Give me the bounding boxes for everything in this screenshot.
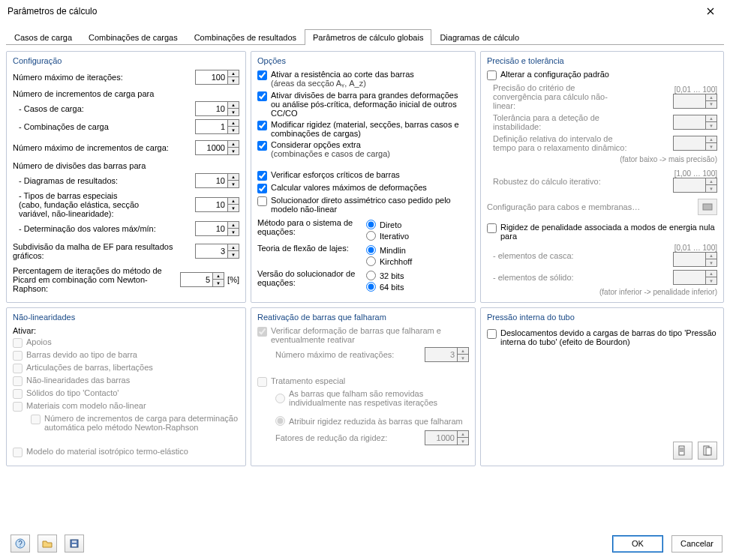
help-icon: ? [15, 538, 26, 549]
options-group-title: Opções [257, 56, 469, 65]
save-button[interactable] [65, 535, 84, 553]
penalty-solid-input: ▲▼ [673, 270, 717, 285]
settings-icon [702, 202, 713, 211]
co-input[interactable]: ▲▼ [195, 119, 239, 134]
alter-config[interactable]: Alterar a configuração padrão [487, 70, 717, 80]
picard-input[interactable]: ▲▼ [180, 272, 224, 287]
doc-icon [677, 445, 688, 456]
nonlin-bars: Não-linearidades das barras [13, 376, 239, 386]
plate-mindlin[interactable]: Mindlin [366, 245, 469, 255]
nonlin-activate-label: Ativar: [13, 326, 239, 335]
cfg-cables-label: Configuração para cabos e membranas… [487, 202, 640, 211]
react-factor-label: Fatores de redução da rigidez: [275, 433, 420, 442]
tab-load-combinations[interactable]: Combinações de cargas [80, 29, 186, 45]
max-incr-input[interactable]: ▲▼ [195, 140, 239, 155]
max-iter-input[interactable]: ▲▼ [195, 70, 239, 85]
tab-load-cases[interactable]: Casos de carga [6, 29, 80, 45]
opt-shear[interactable]: Ativar a resistência ao corte das barras… [257, 70, 469, 88]
div2-label: - Tipos de barras especiais (cabo, funda… [19, 191, 191, 218]
nonlin-materials: Materiais com modelo não-linear [13, 401, 239, 412]
react-special: Tratamento especial [257, 376, 469, 387]
opt-stiffness[interactable]: Modificar rigidez (material, secções, ba… [257, 120, 469, 138]
react-verify: Verificar deformação de barras que falha… [257, 326, 469, 344]
pipe-bourdon[interactable]: Deslocamentos devido a cargas de barras … [487, 328, 717, 346]
solver-label: Versão do solucionador de equações: [257, 269, 359, 293]
plate-label: Teoria de flexão de lajes: [257, 244, 359, 268]
cancel-button[interactable]: Cancelar [671, 535, 722, 553]
div2-input[interactable]: ▲▼ [195, 197, 239, 212]
react-max-input: ▲▼ [425, 347, 469, 362]
react-group-title: Reativação de barras que falharam [257, 313, 469, 322]
method-direct[interactable]: Direto [366, 220, 469, 229]
method-label: Método para o sistema de equações: [257, 218, 359, 242]
prec-robust-input: ▲▼ [673, 178, 717, 193]
prec-relax-input: ▲▼ [673, 136, 717, 151]
lc-input[interactable]: ▲▼ [195, 101, 239, 116]
plate-kirchhoff[interactable]: Kirchhoff [366, 256, 469, 266]
svg-rect-0 [703, 204, 712, 210]
solver-64[interactable]: 64 bits [366, 282, 469, 292]
div3-label: - Determinação dos valores máx/mín: [19, 224, 191, 233]
tab-global-params[interactable]: Parâmetros de cálculo globais [305, 29, 431, 45]
nonlin-bartype: Barras devido ao tipo de barra [13, 350, 239, 361]
lc-label: - Casos de carga: [19, 104, 191, 113]
method-iterative[interactable]: Iterativo [366, 231, 469, 241]
penalty-shell-input: ▲▼ [673, 252, 717, 267]
penalty-check[interactable]: Rigidez de penalidade associada a modos … [487, 223, 717, 241]
subdiv-input[interactable]: ▲▼ [195, 244, 239, 259]
co-label: - Combinações de carga [19, 122, 191, 131]
svg-text:?: ? [18, 540, 23, 548]
subdiv-label: Subdivisão da malha de EF para resultado… [13, 242, 191, 260]
penalty-hint: (fator inferior -> penalidade inferior) [487, 288, 717, 296]
pipe-group-title: Pressão interna do tubo [487, 313, 717, 322]
help-button[interactable]: ? [11, 535, 30, 553]
max-iter-label: Número máximo de iterações: [13, 73, 191, 82]
div-label: Número de divisões das barras para [13, 161, 239, 170]
opt-asym[interactable]: Solucionador direto assimétrico caso ped… [257, 196, 469, 214]
save-icon [69, 538, 80, 549]
tab-result-combinations[interactable]: Combinações de resultados [186, 29, 305, 45]
prec-relax-hint: (fator baixo -> mais precisão) [487, 155, 717, 163]
pct-label: [%] [227, 275, 239, 284]
doc2-icon [702, 445, 713, 456]
prec-conv-input: ▲▼ [673, 94, 717, 109]
prec-robust-range: [1,00 … 100] [674, 169, 717, 178]
ok-button[interactable]: OK [612, 535, 663, 553]
tab-calc-diagrams[interactable]: Diagramas de cálculo [431, 29, 527, 45]
prec-robust-label: Robustez do cálculo iterativo: [493, 177, 601, 186]
opt-divisions[interactable]: Ativar divisões de barra para grandes de… [257, 91, 469, 118]
react-reduced: Atribuir rigidez reduzida às barras que … [257, 416, 469, 426]
prec-instab-input: ▲▼ [673, 115, 717, 130]
config-group-title: Configuração [13, 56, 239, 65]
react-max-label: Número máximo de reativações: [275, 350, 420, 359]
div1-label: - Diagramas de resultados: [19, 176, 191, 185]
nonlin-group-title: Não-linearidades [13, 313, 239, 322]
open-button[interactable] [38, 535, 57, 553]
nonlin-hinges: Articulações de barras, libertações [13, 363, 239, 373]
nonlin-thermo: Modelo do material isotrópico termo-elás… [13, 447, 239, 457]
nonlin-autoincr: Número de incrementos de carga para dete… [13, 414, 239, 432]
cfg-cables-button [698, 199, 717, 215]
penalty-shell-range: [0,01 … 100] [674, 244, 717, 252]
react-remove: As barras que falham são removidas indiv… [257, 389, 469, 407]
opt-extra[interactable]: Considerar opções extra(combinações e ca… [257, 140, 469, 158]
prec-instab-label: Tolerância para a deteção de instabilida… [493, 113, 620, 131]
solver-32[interactable]: 32 bits [366, 271, 469, 280]
tool-button-2[interactable] [698, 442, 717, 460]
opt-maxdef[interactable]: Calcular valores máximos de deformações [257, 183, 469, 193]
div1-input[interactable]: ▲▼ [195, 173, 239, 188]
precision-group-title: Precisão e tolerância [487, 56, 717, 65]
svg-rect-8 [72, 541, 77, 543]
react-factor-input: ▲▼ [425, 430, 469, 445]
prec-conv-range: [0,01 … 100] [674, 85, 717, 94]
penalty-shell-label: - elementos de casca: [493, 251, 574, 260]
opt-critical[interactable]: Verificar esforços críticos de barras [257, 170, 469, 181]
div3-input[interactable]: ▲▼ [195, 221, 239, 236]
close-icon [707, 7, 714, 15]
svg-rect-7 [72, 544, 77, 547]
tool-button-1[interactable] [673, 442, 692, 460]
prec-conv-label: Precisão do critério de convergência par… [493, 83, 620, 110]
penalty-solid-label: - elementos de sólido: [493, 273, 574, 282]
window-title: Parâmetros de cálculo [8, 6, 97, 16]
close-button[interactable] [698, 2, 722, 20]
